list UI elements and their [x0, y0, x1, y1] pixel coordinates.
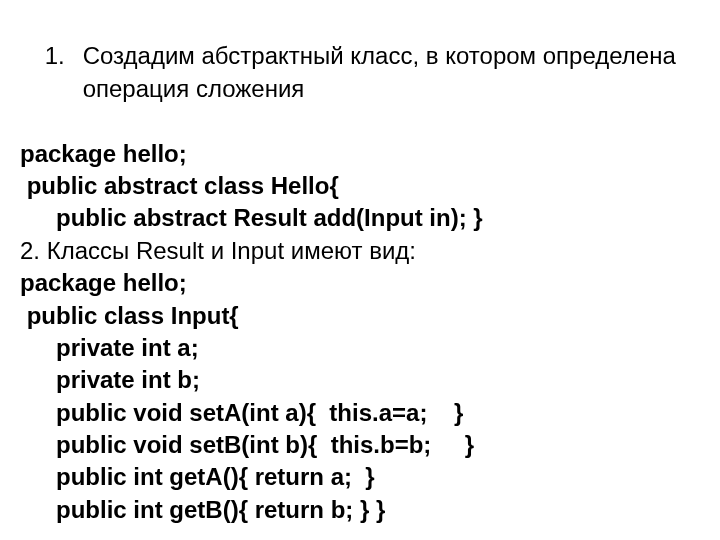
code-line: public abstract Result add(Input in); }: [0, 202, 712, 234]
slide: 1.Создадим абстрактный класс, в котором …: [0, 0, 720, 540]
code-line: private int a;: [0, 332, 712, 364]
code-line: public void setA(int a){ this.a=a; }: [0, 397, 712, 429]
list-item-2: 2. Классы Result и Input имеют вид:: [0, 235, 712, 267]
list-item-1: 1.Создадим абстрактный класс, в котором …: [0, 8, 712, 138]
code-line: public class Input{: [0, 300, 712, 332]
code-line: package hello;: [0, 138, 712, 170]
code-line: package hello;: [0, 267, 712, 299]
list-number: 1.: [27, 40, 83, 72]
code-line: public void setB(int b){ this.b=b; }: [0, 429, 712, 461]
code-line: public int getA(){ return a; }: [0, 461, 712, 493]
code-line: private int b;: [0, 364, 712, 396]
code-line: public abstract class Hello{: [0, 170, 712, 202]
list-text: Создадим абстрактный класс, в котором оп…: [83, 40, 720, 105]
code-line: public int getB(){ return b; } }: [0, 494, 712, 526]
